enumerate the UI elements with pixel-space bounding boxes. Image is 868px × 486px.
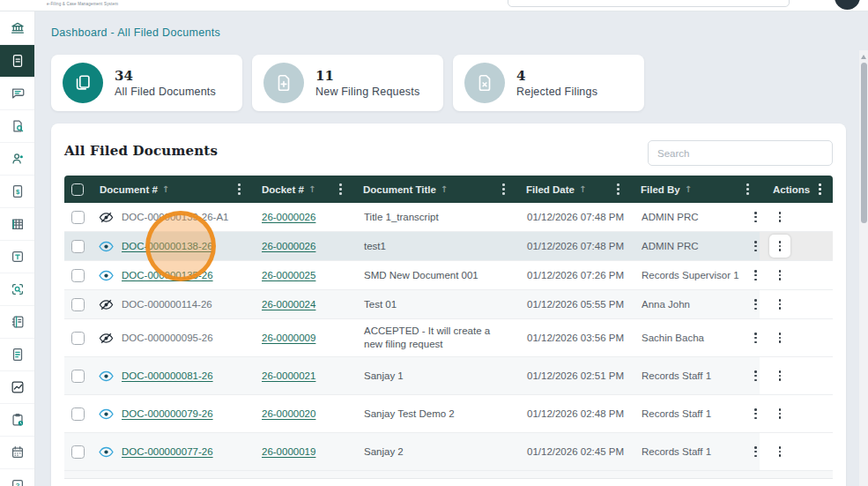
document-number-link[interactable]: DOC-000000079-26: [122, 408, 213, 419]
row-checkbox[interactable]: [71, 370, 85, 383]
scrollbar-thumb[interactable]: [861, 63, 867, 223]
col-document-title[interactable]: Document Title: [363, 184, 436, 195]
document-number-link[interactable]: DOC-000000135-26: [122, 270, 213, 280]
sort-asc-icon[interactable]: ↑: [685, 184, 692, 194]
visibility-off-icon[interactable]: [99, 298, 114, 311]
filed-by: Records Staff 1: [642, 370, 711, 381]
sort-asc-icon[interactable]: ↑: [308, 184, 315, 194]
sidebar-item-organization[interactable]: [0, 208, 34, 241]
sidebar-item-tasks[interactable]: [0, 404, 34, 437]
sidebar-item-calendar[interactable]: [0, 437, 34, 469]
row-actions-menu[interactable]: [769, 235, 790, 258]
table-row-partial: [64, 471, 833, 479]
sidebar-item-documents[interactable]: [0, 45, 34, 78]
column-menu-icon[interactable]: [238, 183, 241, 194]
column-menu-icon[interactable]: [746, 183, 749, 194]
docket-link[interactable]: 26-0000009: [262, 333, 315, 343]
table-row-highlighted: DOC-000000138-26 26-0000026 test1 01/12/…: [64, 232, 833, 261]
template-t-icon: [10, 249, 26, 265]
sidebar-item-help[interactable]: ?: [0, 469, 34, 486]
visibility-on-icon[interactable]: [99, 370, 114, 382]
sidebar-item-reports-doc[interactable]: [0, 339, 34, 371]
row-actions-menu[interactable]: [769, 402, 790, 425]
row-actions-menu[interactable]: [769, 293, 790, 316]
actions-cell: [760, 357, 833, 394]
document-search-icon: [10, 118, 26, 134]
copy-documents-icon: [73, 73, 93, 93]
table-search-input[interactable]: [648, 140, 833, 166]
sidebar-item-dashboard[interactable]: [0, 12, 34, 45]
clipboard-clock-icon: [10, 412, 26, 428]
hidden-menu-icon: [754, 212, 757, 222]
row-checkbox[interactable]: [71, 269, 85, 282]
docket-link[interactable]: 26-0000026: [262, 212, 315, 222]
visibility-on-icon[interactable]: [99, 446, 114, 458]
visibility-off-icon[interactable]: [99, 332, 114, 345]
visibility-on-icon[interactable]: [99, 408, 114, 420]
svg-text:?: ?: [15, 482, 19, 486]
row-actions-menu[interactable]: [769, 264, 790, 287]
visibility-off-icon[interactable]: [99, 211, 114, 224]
sidebar-item-templates[interactable]: [0, 241, 34, 273]
row-checkbox[interactable]: [71, 240, 85, 253]
sidebar-item-scan-search[interactable]: [0, 273, 34, 306]
page-scrollbar[interactable]: [859, 50, 868, 486]
sidebar-item-analytics[interactable]: [0, 371, 34, 404]
row-actions-menu[interactable]: [769, 440, 790, 463]
column-menu-icon[interactable]: [339, 183, 342, 194]
stat-card-rejected[interactable]: 4 Rejected Filings: [453, 55, 644, 111]
row-checkbox[interactable]: [71, 407, 85, 421]
stat-value: 4: [516, 68, 597, 84]
stat-card-new-requests[interactable]: 11 New Filing Requests: [252, 55, 443, 111]
sidebar-item-users[interactable]: [0, 143, 34, 176]
filed-date: 01/12/2026 05:55 PM: [527, 299, 624, 310]
row-checkbox[interactable]: [71, 211, 85, 224]
actions-cell: [760, 395, 833, 432]
column-menu-icon[interactable]: [617, 183, 619, 194]
docket-link[interactable]: 26-0000026: [262, 241, 315, 251]
sidebar-item-ledger[interactable]: [0, 306, 34, 339]
panel-title: All Filed Documents: [64, 143, 218, 159]
row-actions-menu[interactable]: [769, 206, 790, 228]
row-checkbox[interactable]: [71, 332, 85, 345]
document-number-link[interactable]: DOC-000000077-26: [122, 446, 213, 457]
sort-asc-icon[interactable]: ↑: [162, 184, 169, 194]
filed-date: 01/12/2026 07:48 PM: [527, 241, 624, 251]
sidebar-item-document-review[interactable]: [0, 110, 34, 143]
col-document-number[interactable]: Document #: [100, 184, 158, 195]
filed-date: 01/12/2026 07:48 PM: [527, 212, 624, 222]
docket-link[interactable]: 26-0000020: [262, 408, 315, 419]
row-actions-menu[interactable]: [769, 326, 790, 349]
sort-asc-icon[interactable]: ↑: [441, 184, 448, 194]
col-filed-date[interactable]: Filed Date: [526, 184, 575, 195]
column-menu-icon[interactable]: [502, 183, 505, 194]
docket-link[interactable]: 26-0000021: [262, 370, 315, 381]
stat-label: All Filed Documents: [115, 86, 216, 98]
actions-cell: [760, 203, 833, 231]
row-actions-menu[interactable]: [769, 364, 790, 387]
document-number-link[interactable]: DOC-000000081-26: [122, 370, 213, 381]
sidebar-item-messages[interactable]: [0, 78, 34, 110]
table-row: DOC-000000139-26-A1 26-0000026 Title 1_t…: [64, 203, 833, 232]
scrollbar-up-arrow[interactable]: [861, 55, 866, 59]
visibility-on-icon[interactable]: [99, 270, 114, 281]
user-avatar[interactable]: [835, 0, 860, 10]
select-all-checkbox[interactable]: [71, 183, 84, 196]
stat-card-all-filed[interactable]: 34 All Filed Documents: [51, 55, 242, 111]
docket-link[interactable]: 26-0000024: [262, 299, 315, 310]
breadcrumb: Dashboard - All Filed Documents: [51, 26, 220, 39]
document-number-link[interactable]: DOC-000000138-26: [122, 241, 213, 251]
docket-link[interactable]: 26-0000019: [262, 446, 315, 457]
filed-date: 01/12/2026 03:56 PM: [527, 333, 624, 343]
chart-icon: [10, 379, 26, 395]
column-menu-icon[interactable]: [819, 183, 821, 194]
col-docket-number[interactable]: Docket #: [262, 184, 304, 195]
global-search-input[interactable]: [508, 0, 790, 7]
row-checkbox[interactable]: [71, 445, 85, 459]
docket-link[interactable]: 26-0000025: [262, 270, 315, 280]
visibility-on-icon[interactable]: [99, 241, 114, 252]
row-checkbox[interactable]: [71, 298, 85, 311]
col-filed-by[interactable]: Filed By: [641, 184, 680, 195]
sidebar-item-billing[interactable]: $: [0, 176, 34, 208]
sort-asc-icon[interactable]: ↑: [579, 184, 586, 194]
